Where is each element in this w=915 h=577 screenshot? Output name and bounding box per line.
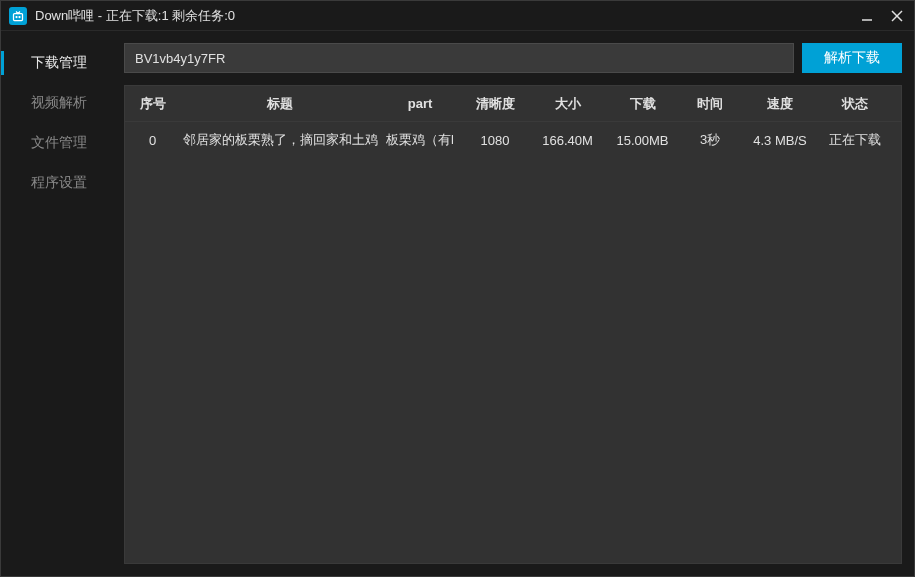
header-speed: 速度 xyxy=(740,95,820,113)
minimize-button[interactable] xyxy=(858,7,876,25)
window-title: Down哔哩 - 正在下载:1 剩余任务:0 xyxy=(35,7,858,25)
header-size: 大小 xyxy=(530,95,605,113)
sidebar-item-label: 视频解析 xyxy=(31,94,87,112)
header-quality: 清晰度 xyxy=(460,95,530,113)
cell-download: 15.00MB xyxy=(605,133,680,148)
header-download: 下载 xyxy=(605,95,680,113)
cell-time: 3秒 xyxy=(680,131,740,149)
header-time: 时间 xyxy=(680,95,740,113)
download-table: 序号 标题 part 清晰度 大小 下载 时间 速度 状态 0 邻居家的板栗熟了… xyxy=(124,85,902,564)
table-header: 序号 标题 part 清晰度 大小 下载 时间 速度 状态 xyxy=(125,86,901,122)
url-input[interactable] xyxy=(124,43,794,73)
svg-point-2 xyxy=(19,16,20,17)
sidebar-item-label: 下载管理 xyxy=(31,54,87,72)
titlebar: Down哔哩 - 正在下载:1 剩余任务:0 xyxy=(1,1,914,31)
window-controls xyxy=(858,7,906,25)
app-icon xyxy=(9,7,27,25)
cell-speed: 4.3 MB/S xyxy=(740,133,820,148)
sidebar-item-file-manage[interactable]: 文件管理 xyxy=(1,123,116,163)
cell-quality: 1080 xyxy=(460,133,530,148)
sidebar-item-download-manage[interactable]: 下载管理 xyxy=(1,43,116,83)
input-row: 解析下载 xyxy=(124,43,902,73)
header-status: 状态 xyxy=(820,95,890,113)
svg-rect-0 xyxy=(14,13,23,20)
sidebar-item-settings[interactable]: 程序设置 xyxy=(1,163,116,203)
header-index: 序号 xyxy=(125,95,180,113)
header-title: 标题 xyxy=(180,95,380,113)
svg-point-1 xyxy=(16,16,17,17)
cell-status: 正在下载 xyxy=(820,131,890,149)
cell-size: 166.40M xyxy=(530,133,605,148)
content-area: 解析下载 序号 标题 part 清晰度 大小 下载 时间 速度 状态 0 邻居家… xyxy=(116,31,914,576)
parse-download-button[interactable]: 解析下载 xyxy=(802,43,902,73)
sidebar-item-label: 文件管理 xyxy=(31,134,87,152)
table-row[interactable]: 0 邻居家的板栗熟了，摘回家和土鸡 板栗鸡（有l 1080 166.40M 15… xyxy=(125,122,901,158)
header-part: part xyxy=(380,96,460,111)
cell-title: 邻居家的板栗熟了，摘回家和土鸡 xyxy=(180,131,380,149)
sidebar-item-label: 程序设置 xyxy=(31,174,87,192)
close-button[interactable] xyxy=(888,7,906,25)
cell-part: 板栗鸡（有l xyxy=(380,131,460,149)
sidebar-item-video-parse[interactable]: 视频解析 xyxy=(1,83,116,123)
sidebar: 下载管理 视频解析 文件管理 程序设置 xyxy=(1,31,116,576)
cell-index: 0 xyxy=(125,133,180,148)
